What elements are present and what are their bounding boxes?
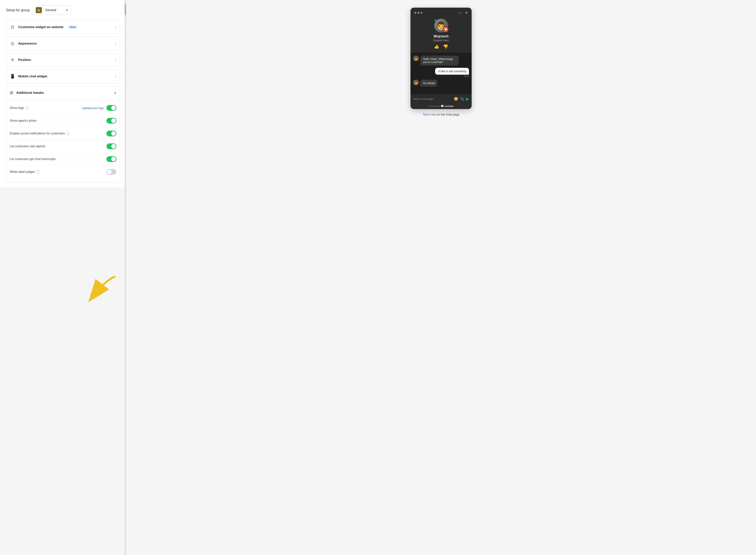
menu-item-label: Position [18, 58, 31, 62]
brand-badge: 💬 [443, 26, 449, 33]
agent-avatar-sm-2: 👨 [413, 80, 419, 85]
tweak-sound-notifications: Enable sound notifications for customers… [10, 127, 116, 140]
setup-label: Setup for group [6, 8, 30, 12]
tweak-white-label: White label widget i [10, 166, 116, 178]
group-selector[interactable]: G General ▼ [33, 5, 71, 15]
position-icon: ✛ [10, 57, 15, 62]
show-logo-info-icon[interactable]: i [26, 106, 29, 110]
chat-preview-window: — ✕ 👨 💬 Wojciech Support Hero 👍 👎 [410, 8, 472, 109]
mobile-icon: 📱 [10, 74, 15, 79]
titlebar-controls: — ✕ [459, 11, 468, 15]
menu-item-label: Customize widget on website [18, 25, 64, 29]
appearance-icon: ◎ [10, 41, 15, 46]
agent-message-2: 👨 Go ahead [413, 80, 469, 87]
group-icon: G [36, 7, 42, 13]
white-label-label: White label widget [10, 170, 35, 174]
tweak-show-logo: Show logo i Upload your logo [10, 101, 116, 115]
white-label-toggle[interactable] [107, 169, 116, 175]
user-message-1: I'd like to ask something Read [413, 68, 469, 77]
agent-bubble-2: Go ahead [421, 80, 438, 87]
read-indicator: Read [464, 75, 469, 77]
right-panel: — ✕ 👨 💬 Wojciech Support Hero 👍 👎 [126, 0, 756, 555]
close-button[interactable]: ✕ [465, 11, 468, 15]
attachment-icon[interactable]: 📎 [460, 97, 464, 101]
titlebar-dots [414, 12, 422, 14]
menu-item-customize-widget[interactable]: ⊡ Customize widget on website NEW! › [6, 20, 120, 34]
chevron-right-icon: › [115, 75, 116, 79]
tweaks-body: Show logo i Upload your logo Show ag [6, 100, 120, 182]
menu-items-list: ⊡ Customize widget on website NEW! › ◎ A… [6, 20, 120, 83]
menu-item-position[interactable]: ✛ Position › [6, 53, 120, 67]
tweak-rate-agents: Let customers rate agents [10, 140, 116, 153]
show-agent-photo-label: Show agent's photo [10, 119, 37, 122]
widget-icon: ⊡ [10, 25, 15, 30]
agent-rating: 👍 👎 [434, 44, 448, 49]
livechat-logo-icon: 💬 [441, 105, 444, 108]
tweaks-header[interactable]: ⊞ Additional tweaks ∨ [6, 86, 120, 100]
user-bubble-1: I'd like to ask something [435, 68, 469, 75]
dot-3 [421, 12, 422, 14]
menu-item-appearance[interactable]: ◎ Appearance › [6, 37, 120, 50]
group-name: General [45, 8, 64, 12]
chat-transcripts-toggle[interactable] [107, 156, 116, 162]
tweak-show-agent-photo: Show agent's photo [10, 115, 116, 127]
powered-by-bar: Powered by 💬 LiveChat [410, 103, 472, 109]
chat-transcripts-label: Let customers get chat transcripts [10, 157, 55, 161]
menu-item-label: Mobile chat widget [18, 75, 47, 78]
chevron-right-icon: › [115, 25, 116, 29]
upload-logo-link[interactable]: Upload your logo [82, 106, 104, 110]
additional-tweaks-section: ⊞ Additional tweaks ∨ Show logo i Upload… [6, 86, 120, 182]
test-link-row: Test it out on the chat page [423, 113, 460, 116]
agent-avatar-sm: 👨 [413, 55, 419, 61]
chat-input-icons: 😊 📎 ▶ [454, 97, 469, 101]
chat-input-bar: Write a message... 😊 📎 ▶ [410, 94, 472, 103]
sound-notifications-info-icon[interactable]: i [66, 132, 70, 135]
minimize-button[interactable]: — [459, 11, 462, 15]
agent-avatar-wrap: 👨 💬 [434, 19, 448, 33]
dot-1 [414, 12, 416, 14]
tweaks-label: Additional tweaks [16, 91, 44, 95]
chat-messages: 👨 Hello Visitor. What brings you to Live… [410, 52, 472, 94]
show-logo-label: Show logo [10, 106, 24, 110]
thumbs-up-icon[interactable]: 👍 [434, 44, 439, 49]
agent-header: 👨 💬 Wojciech Support Hero 👍 👎 [410, 17, 472, 52]
chevron-right-icon: › [115, 42, 116, 46]
menu-item-mobile-chat[interactable]: 📱 Mobile chat widget › [6, 70, 120, 83]
new-badge: NEW! [69, 26, 77, 29]
dot-2 [417, 12, 419, 14]
livechat-brand-name: LiveChat [444, 105, 453, 107]
chevron-down-icon: ▼ [66, 9, 68, 12]
show-logo-toggle[interactable] [107, 105, 116, 111]
chat-titlebar: — ✕ [410, 8, 472, 17]
sound-notifications-label: Enable sound notifications for customers [10, 132, 65, 135]
tweaks-icon: ⊞ [10, 90, 13, 95]
agent-title: Support Hero [433, 39, 449, 42]
emoji-icon[interactable]: 😊 [454, 97, 458, 101]
test-link-suffix: on the chat page [436, 113, 460, 116]
agent-bubble-1: Hello Visitor. What brings you to LiveCh… [421, 55, 459, 66]
send-icon[interactable]: ▶ [466, 97, 469, 101]
scrollbar-track[interactable] [124, 0, 126, 555]
tweak-chat-transcripts: Let customers get chat transcripts [10, 153, 116, 166]
setup-header: Setup for group G General ▼ [6, 5, 120, 15]
chat-input-placeholder[interactable]: Write a message... [413, 97, 452, 100]
test-it-out-link[interactable]: Test it out [423, 113, 436, 116]
powered-by-text: Powered by [429, 105, 440, 107]
show-agent-photo-toggle[interactable] [107, 118, 116, 124]
sound-notifications-toggle[interactable] [107, 131, 116, 136]
rate-agents-label: Let customers rate agents [10, 144, 45, 148]
chevron-up-icon: ∨ [114, 91, 116, 95]
agent-message-1: 👨 Hello Visitor. What brings you to Live… [413, 55, 469, 66]
white-label-info-icon[interactable]: i [36, 170, 40, 174]
chevron-right-icon: › [115, 58, 116, 62]
menu-item-label: Appearance [18, 42, 37, 45]
rate-agents-toggle[interactable] [107, 143, 116, 149]
thumbs-down-icon[interactable]: 👎 [443, 44, 448, 49]
agent-name: Wojciech [434, 34, 449, 38]
agent-online-indicator [434, 19, 437, 22]
